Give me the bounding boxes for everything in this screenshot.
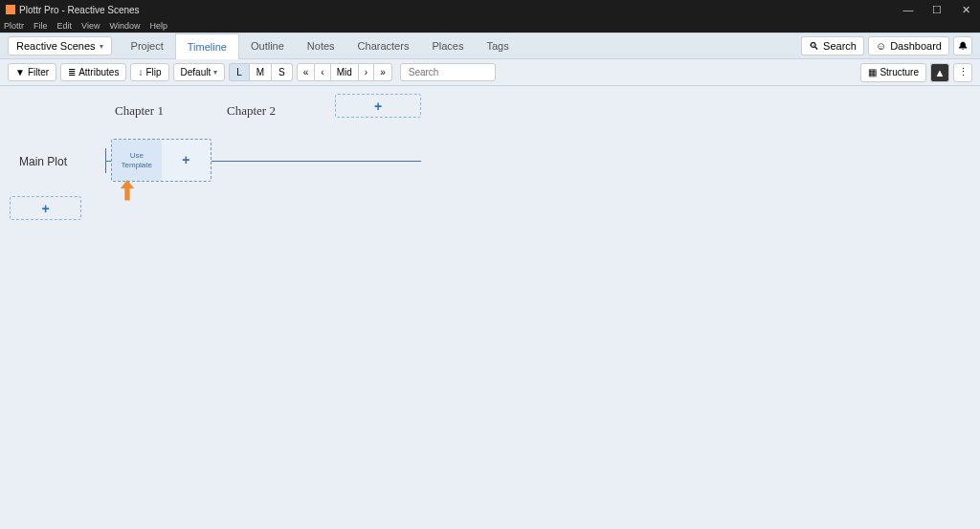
search-button-label: Search — [823, 40, 857, 52]
chapter-heading-2[interactable]: Chapter 2 — [227, 103, 276, 119]
search-icon: 🔍︎ — [809, 40, 819, 52]
svg-marker-0 — [121, 180, 134, 200]
tab-outline[interactable]: Outline — [239, 33, 296, 58]
dashboard-button-label: Dashboard — [890, 40, 942, 52]
window-title: Plottr Pro - Reactive Scenes — [19, 5, 140, 15]
toolbar-search-input[interactable] — [400, 63, 496, 81]
filter-button[interactable]: ▼ Filter — [8, 63, 56, 81]
pager-last[interactable]: » — [374, 63, 392, 81]
tab-places[interactable]: Places — [420, 33, 475, 58]
structure-button[interactable]: ▦ Structure — [860, 63, 926, 82]
menu-help[interactable]: Help — [149, 21, 167, 31]
menu-view[interactable]: View — [81, 21, 100, 31]
menu-edit[interactable]: Edit — [57, 21, 73, 31]
tab-project[interactable]: Project — [120, 33, 175, 58]
size-small[interactable]: S — [272, 63, 293, 81]
grid-icon: ▦ — [868, 67, 877, 77]
size-large[interactable]: L — [229, 63, 250, 81]
file-dropdown[interactable]: Reactive Scenes — [8, 36, 112, 55]
zoom-size-segmented: L M S — [229, 63, 293, 81]
attributes-button[interactable]: ≣ Attributes — [60, 63, 126, 81]
close-button[interactable]: ✕ — [951, 0, 980, 19]
add-chapter-button[interactable]: + — [335, 94, 421, 118]
timeline-canvas: Chapter 1 Chapter 2 + Main Plot Use Temp… — [0, 86, 980, 529]
flip-button[interactable]: ↓ Flip — [130, 63, 168, 81]
tab-tags[interactable]: Tags — [475, 33, 520, 58]
add-scene-button[interactable]: + — [162, 140, 212, 181]
default-label: Default — [181, 67, 212, 77]
tab-characters[interactable]: Characters — [346, 33, 421, 58]
tab-timeline[interactable]: Timeline — [175, 33, 239, 59]
filter-label: Filter — [28, 67, 49, 77]
chapter-heading-1[interactable]: Chapter 1 — [115, 103, 164, 119]
funnel-icon: ▼ — [15, 67, 25, 77]
flip-label: Flip — [145, 67, 161, 77]
user-icon: ☺ — [876, 40, 886, 52]
file-dropdown-label: Reactive Scenes — [16, 40, 96, 52]
menu-plottr[interactable]: Plottr — [4, 21, 24, 31]
structure-label: Structure — [880, 67, 919, 77]
dots-icon: ⋮ — [958, 66, 969, 78]
dashboard-button[interactable]: ☺ Dashboard — [868, 36, 949, 55]
tab-notes[interactable]: Notes — [296, 33, 346, 58]
maximize-button[interactable]: ☐ — [923, 0, 951, 19]
menu-bar: Plottr File Edit View Window Help — [0, 19, 980, 33]
view-mode-button[interactable]: ▲ — [930, 63, 949, 82]
plotline-label[interactable]: Main Plot — [19, 155, 67, 168]
app-logo — [6, 5, 15, 14]
person-fill-icon: ▲ — [935, 67, 946, 78]
menu-file[interactable]: File — [33, 21, 48, 31]
search-button[interactable]: 🔍︎ Search — [801, 36, 864, 55]
menu-window[interactable]: Window — [109, 21, 140, 31]
minimize-button[interactable]: — — [894, 0, 923, 19]
main-nav: Reactive Scenes Project Timeline Outline… — [0, 33, 980, 59]
notifications-button[interactable]: 🔔︎ — [953, 36, 972, 55]
window-titlebar: Plottr Pro - Reactive Scenes — ☐ ✕ — [0, 0, 980, 19]
add-plotline-button[interactable]: + — [10, 196, 81, 220]
bell-icon: 🔔︎ — [958, 40, 969, 52]
more-options-button[interactable]: ⋮ — [953, 63, 972, 82]
pager-first[interactable]: « — [297, 63, 316, 81]
flip-icon: ↓ — [138, 67, 143, 77]
list-icon: ≣ — [68, 67, 76, 77]
use-template-button[interactable]: Use Template — [112, 140, 162, 181]
nav-pager: « ‹ Mid › » — [297, 63, 392, 81]
size-medium[interactable]: M — [250, 63, 272, 81]
tutorial-arrow-icon — [119, 180, 136, 204]
pager-next[interactable]: › — [359, 63, 374, 81]
pager-prev[interactable]: ‹ — [315, 63, 330, 81]
scene-card-empty: Use Template + — [111, 139, 212, 182]
default-dropdown[interactable]: Default — [173, 63, 226, 81]
attributes-label: Attributes — [78, 67, 119, 77]
timeline-toolbar: ▼ Filter ≣ Attributes ↓ Flip Default L M… — [0, 59, 980, 86]
pager-mid[interactable]: Mid — [331, 63, 359, 81]
